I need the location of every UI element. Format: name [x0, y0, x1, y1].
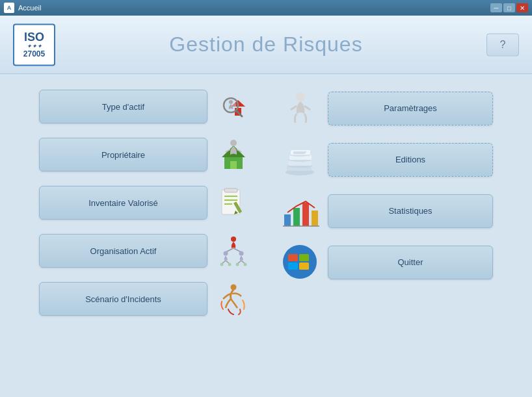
svg-rect-12 — [222, 190, 240, 214]
title-bar-text: Accueil — [18, 4, 41, 12]
svg-rect-47 — [293, 208, 300, 226]
asset-type-icon — [217, 90, 250, 123]
organisation-icon-holder — [214, 231, 253, 270]
quit-icon — [279, 241, 321, 283]
svg-rect-13 — [224, 188, 237, 192]
svg-point-26 — [220, 263, 224, 266]
statistiques-button[interactable]: Statistiques — [328, 194, 493, 228]
title-bar: A Accueil ─ □ ✕ — [0, 0, 532, 16]
quit-icon-holder — [279, 241, 321, 283]
inventaire-icon-holder — [214, 183, 253, 222]
help-button[interactable]: ? — [486, 33, 519, 56]
svg-rect-8 — [230, 161, 237, 169]
svg-rect-53 — [299, 254, 309, 261]
app-icon: A — [4, 3, 14, 13]
iso-num: 27005 — [23, 49, 45, 58]
iso-sub: ✦✦✦ — [27, 43, 42, 49]
scenario-button[interactable]: Scénario d'Incidents — [39, 282, 207, 316]
parametrages-row: Paramètrages — [279, 87, 493, 129]
editions-icon-holder — [279, 138, 321, 181]
main-content: Type d'actif — [0, 74, 532, 397]
scenario-row: Scénario d'Incidents — [39, 279, 253, 318]
svg-point-23 — [239, 251, 244, 256]
stats-icon-holder — [279, 190, 321, 232]
inventory-icon — [217, 186, 250, 220]
svg-line-35 — [304, 106, 310, 110]
svg-point-9 — [230, 140, 237, 146]
proprietaire-button[interactable]: Propriétaire — [39, 138, 207, 172]
svg-point-31 — [244, 263, 247, 266]
svg-rect-54 — [288, 263, 298, 270]
inventaire-row: Inventaire Valorisé — [39, 183, 253, 222]
statistiques-row: Statistiques — [279, 190, 493, 232]
quitter-row: Quitter — [279, 241, 493, 283]
proprietaire-row: Propriétaire — [39, 135, 253, 174]
svg-point-22 — [224, 251, 228, 256]
header: ISO ✦✦✦ 27005 Gestion de Risques ? — [0, 16, 532, 74]
organisation-row: Organisation Actif — [39, 231, 253, 270]
settings-icon-holder — [279, 87, 321, 129]
app-title: Gestion de Risques — [169, 32, 362, 57]
svg-point-30 — [236, 263, 239, 266]
minimize-button[interactable]: ─ — [490, 3, 502, 12]
parametrages-button[interactable]: Paramètrages — [328, 92, 493, 125]
scenario-icon-holder — [214, 279, 253, 318]
svg-rect-55 — [299, 263, 309, 270]
stats-icon — [279, 190, 321, 232]
editions-row: Editions — [279, 138, 493, 181]
inventaire-button[interactable]: Inventaire Valorisé — [39, 186, 207, 220]
incident-icon — [217, 282, 250, 316]
svg-point-33 — [296, 92, 305, 101]
svg-rect-49 — [312, 211, 318, 226]
svg-rect-46 — [284, 214, 291, 226]
svg-point-5 — [229, 100, 233, 104]
type-actif-row: Type d'actif — [39, 87, 253, 126]
svg-line-34 — [291, 106, 297, 110]
svg-point-51 — [283, 245, 317, 279]
svg-rect-52 — [288, 254, 298, 261]
proprietaire-icon-holder — [214, 135, 253, 174]
type-actif-icon-holder — [214, 87, 253, 126]
editions-icon — [279, 138, 321, 181]
window-controls[interactable]: ─ □ ✕ — [490, 3, 528, 12]
iso-text: ISO — [24, 31, 44, 43]
organisation-button[interactable]: Organisation Actif — [39, 234, 207, 268]
svg-point-27 — [228, 263, 232, 266]
maximize-button[interactable]: □ — [503, 3, 515, 12]
org-icon — [217, 234, 250, 268]
owner-icon — [217, 138, 250, 172]
editions-button[interactable]: Editions — [328, 143, 493, 177]
svg-point-32 — [231, 285, 237, 290]
quitter-button[interactable]: Quitter — [328, 246, 493, 279]
type-actif-button[interactable]: Type d'actif — [39, 90, 207, 123]
settings-icon — [281, 89, 320, 128]
svg-rect-48 — [302, 203, 309, 226]
title-bar-left: A Accueil — [4, 3, 41, 13]
iso-logo: ISO ✦✦✦ 27005 — [13, 23, 55, 66]
right-column: Paramètrages — [266, 87, 493, 384]
left-column: Type d'actif — [39, 87, 266, 384]
svg-point-19 — [231, 237, 236, 242]
close-button[interactable]: ✕ — [516, 3, 528, 12]
